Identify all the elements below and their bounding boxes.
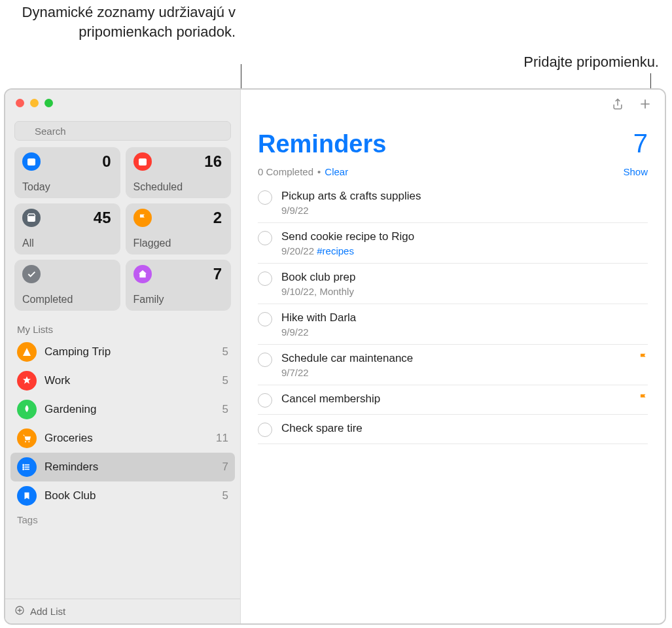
sidebar-list-book-club[interactable]: Book Club5 [10,481,235,510]
reminder-row[interactable]: Book club prep9/10/22, Monthly [258,264,648,304]
sidebar-list-camping-trip[interactable]: Camping Trip5 [10,338,235,366]
list-icon [17,400,37,419]
sidebar: 0 Today 16 Scheduled 45 All [5,90,241,623]
list-count: 5 [222,489,228,502]
plus-circle-icon [14,605,25,618]
reminder-title: Hike with Darla [281,311,648,325]
complete-checkbox[interactable] [258,312,272,326]
complete-checkbox[interactable] [258,353,272,367]
smart-family[interactable]: 7 Family [126,260,232,311]
list-name: Groceries [44,432,216,445]
calendar-today-icon [22,152,41,171]
list-name: Gardening [44,403,222,416]
reminder-title: Pickup arts & crafts supplies [281,189,648,203]
smart-all[interactable]: 45 All [14,203,120,254]
svg-rect-4 [139,158,147,166]
add-reminder-button[interactable] [639,97,652,114]
reminder-row[interactable]: Schedule car maintenance9/7/22 [258,345,648,385]
smart-all-count: 45 [94,209,111,227]
close-window-button[interactable] [16,99,24,107]
complete-checkbox[interactable] [258,393,272,408]
flag-icon [639,393,648,405]
complete-checkbox[interactable] [258,271,272,286]
separator: • [317,166,321,177]
svg-point-5 [25,441,26,442]
list-name: Book Club [44,489,222,502]
complete-checkbox[interactable] [258,190,272,205]
smart-today-label: Today [22,181,50,193]
main-content: Reminders 7 0 Completed • Clear Show Pic… [241,90,665,623]
sidebar-list-gardening[interactable]: Gardening5 [10,395,235,424]
reminder-row[interactable]: Send cookie recipe to Rigo9/20/22 #recip… [258,223,648,264]
reminder-tag[interactable]: #recipes [317,245,354,256]
flag-icon [133,209,152,227]
callout-smart-lists: Dynamické zoznamy udržiavajú v pripomien… [13,3,236,41]
reminders-list: Pickup arts & crafts supplies9/9/22Send … [241,183,665,444]
sidebar-list-groceries[interactable]: Groceries11 [10,424,235,453]
list-count: 7 [633,129,648,158]
smart-completed[interactable]: Completed [14,260,120,311]
reminder-title: Send cookie recipe to Rigo [281,230,648,244]
smart-today-count: 0 [102,152,111,171]
list-title: Reminders [258,130,386,158]
reminder-row[interactable]: Pickup arts & crafts supplies9/9/22 [258,183,648,223]
list-icon [17,371,37,391]
reminder-subtitle: 9/20/22 #recipes [281,245,648,256]
complete-checkbox[interactable] [258,423,272,437]
show-completed-link[interactable]: Show [623,166,648,177]
list-icon [17,486,37,506]
smart-scheduled-label: Scheduled [133,181,183,193]
smart-scheduled-count: 16 [204,152,222,171]
smart-flagged-count: 2 [213,209,222,227]
clear-completed-link[interactable]: Clear [325,166,348,177]
svg-point-11 [23,466,24,467]
list-count: 5 [222,403,228,416]
svg-point-10 [23,464,24,465]
callout-add-reminder: Pridajte pripomienku. [463,52,659,72]
smart-flagged-label: Flagged [133,237,171,249]
reminder-subtitle: 9/9/22 [281,326,648,338]
svg-point-6 [28,441,29,442]
zoom-window-button[interactable] [44,99,53,107]
house-icon [133,265,152,283]
smart-today[interactable]: 0 Today [14,147,120,198]
reminder-row[interactable]: Hike with Darla9/9/22 [258,304,648,345]
checkmark-icon [22,265,41,283]
reminder-subtitle: 9/9/22 [281,205,648,216]
add-list-button[interactable]: Add List [5,599,240,623]
my-lists: Camping Trip5Work5Gardening5Groceries11R… [5,338,240,510]
reminder-row[interactable]: Check spare tire [258,415,648,444]
list-icon [17,342,37,362]
share-button[interactable] [611,97,624,114]
list-name: Work [44,374,222,387]
minimize-window-button[interactable] [30,99,39,107]
my-lists-header: My Lists [5,317,240,338]
smart-all-label: All [22,237,34,249]
smart-family-count: 7 [213,265,222,283]
reminder-title: Schedule car maintenance [281,351,629,366]
reminder-row[interactable]: Cancel membership [258,385,648,415]
flag-icon [639,353,648,364]
smart-flagged[interactable]: 2 Flagged [126,203,232,254]
calendar-icon [133,152,152,171]
svg-point-12 [23,469,24,470]
completed-count: 0 Completed [258,166,313,177]
search-input[interactable] [14,121,231,141]
smart-completed-label: Completed [22,294,73,305]
smart-lists-grid: 0 Today 16 Scheduled 45 All [5,147,240,317]
sidebar-list-reminders[interactable]: Reminders7 [10,453,235,481]
list-count: 7 [222,461,228,474]
reminder-title: Book club prep [281,270,648,285]
sidebar-list-work[interactable]: Work5 [10,366,235,395]
list-name: Reminders [44,461,222,474]
list-icon [17,428,37,448]
complete-checkbox[interactable] [258,231,272,245]
window-controls [5,90,240,116]
smart-scheduled[interactable]: 16 Scheduled [126,147,232,198]
tags-header: Tags [5,510,240,525]
reminders-window: 0 Today 16 Scheduled 45 All [4,88,666,625]
reminder-subtitle: 9/7/22 [281,367,629,378]
list-count: 5 [222,345,228,358]
list-name: Camping Trip [44,345,222,358]
tray-icon [22,209,41,227]
